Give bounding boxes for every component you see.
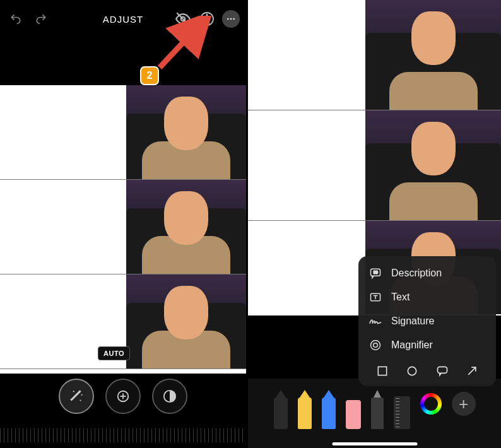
- adjustment-slider[interactable]: [0, 428, 246, 442]
- speech-bubble-icon: 99: [368, 266, 382, 280]
- svg-point-3: [227, 18, 229, 20]
- shape-arrow-icon[interactable]: [464, 363, 480, 379]
- svg-line-23: [468, 367, 476, 375]
- text-box-icon: [368, 290, 382, 304]
- menu-label: Magnifier: [391, 339, 433, 351]
- menu-label: Description: [391, 268, 442, 279]
- signature-icon: [368, 314, 382, 328]
- svg-rect-22: [437, 367, 447, 373]
- meme-row: [248, 110, 501, 221]
- svg-point-8: [80, 399, 81, 401]
- meme-face-cell: [126, 85, 246, 179]
- bottom-edit-controls: [0, 374, 246, 448]
- exposure-button[interactable]: [105, 379, 141, 414]
- meme-text-cell: [0, 180, 126, 274]
- right-panel-markup: 99 Description Text Signature Magnifier: [248, 0, 501, 448]
- meme-row: [248, 0, 501, 110]
- top-bar: ADJUST: [0, 0, 246, 38]
- brilliance-button[interactable]: [152, 379, 187, 414]
- ruler-tool[interactable]: [394, 396, 410, 429]
- meme-face-cell: [126, 274, 246, 368]
- pen-tool-blue[interactable]: [322, 398, 336, 429]
- meme-face-cell: [365, 110, 501, 220]
- menu-item-signature[interactable]: Signature: [358, 309, 496, 333]
- eraser-tool[interactable]: [346, 400, 361, 429]
- color-picker-button[interactable]: [420, 393, 442, 415]
- svg-point-5: [233, 18, 235, 20]
- menu-label: Text: [391, 292, 410, 303]
- undo-button[interactable]: [6, 9, 25, 28]
- svg-point-21: [408, 367, 416, 375]
- meme-text-cell: [248, 0, 365, 110]
- svg-point-18: [371, 341, 380, 350]
- meme-row: [0, 85, 246, 180]
- menu-label: Signature: [391, 315, 435, 327]
- meme-face-cell: [126, 180, 246, 274]
- magnifier-icon: [368, 338, 382, 352]
- meme-row: [0, 180, 246, 274]
- shape-square-icon[interactable]: [375, 363, 390, 379]
- svg-point-10: [81, 394, 83, 396]
- meme-face-cell: [365, 0, 501, 110]
- svg-point-19: [374, 343, 378, 348]
- meme-text-cell: [248, 221, 365, 314]
- svg-rect-20: [378, 367, 386, 375]
- shape-row: [358, 357, 496, 381]
- image-canvas[interactable]: AUTO: [0, 85, 246, 374]
- auto-badge: AUTO: [98, 346, 130, 360]
- svg-point-9: [73, 391, 74, 392]
- meme-text-cell: [0, 85, 126, 179]
- menu-item-text[interactable]: Text: [358, 285, 496, 309]
- mode-title: ADJUST: [103, 14, 143, 25]
- more-button[interactable]: [222, 10, 240, 28]
- add-element-menu: 99 Description Text Signature Magnifier: [358, 256, 496, 386]
- redo-button[interactable]: [32, 9, 50, 28]
- add-element-button[interactable]: +: [452, 392, 476, 416]
- meme-text-cell: [248, 110, 365, 220]
- auto-enhance-button[interactable]: [59, 379, 94, 414]
- hide-changes-icon[interactable]: [174, 10, 192, 28]
- shape-speech-icon[interactable]: [435, 363, 450, 379]
- shape-circle-icon[interactable]: [404, 363, 420, 379]
- highlighter-tool-yellow[interactable]: [298, 398, 312, 429]
- home-indicator: [332, 442, 417, 445]
- step-badge-2: 2: [140, 66, 159, 85]
- pen-tool-black[interactable]: [274, 398, 288, 429]
- menu-item-magnifier[interactable]: Magnifier: [358, 333, 496, 357]
- pencil-tool[interactable]: [371, 398, 384, 429]
- markup-toolbar: +: [248, 379, 501, 448]
- svg-point-4: [230, 18, 232, 20]
- left-panel-photo-adjust: ADJUST: [0, 0, 246, 448]
- markup-pen-icon[interactable]: [198, 10, 216, 28]
- menu-item-description[interactable]: 99 Description: [358, 261, 496, 285]
- svg-text:99: 99: [374, 270, 379, 274]
